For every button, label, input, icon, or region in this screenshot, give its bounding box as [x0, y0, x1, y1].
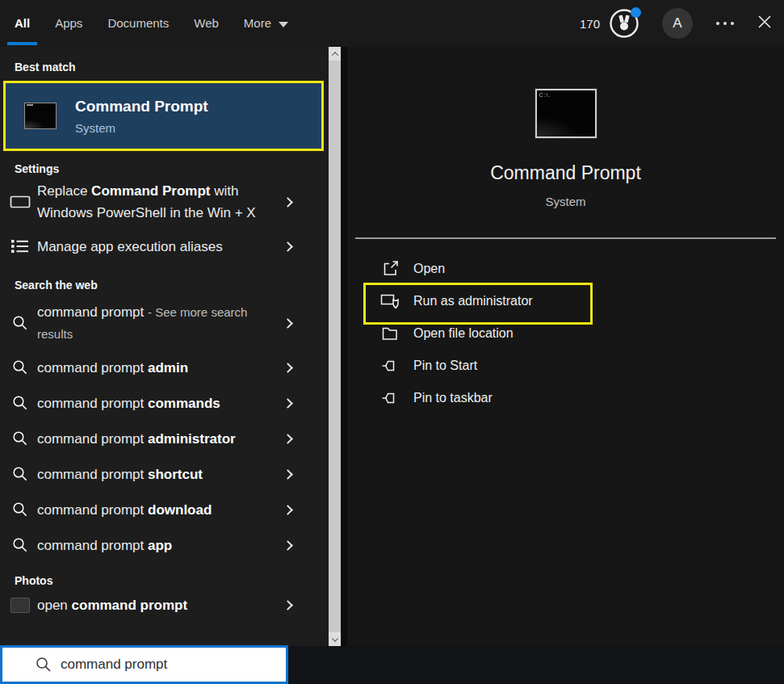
web-suggestion-admin[interactable]: command prompt admin: [10, 350, 322, 385]
windows-search-flyout: All Apps Documents Web More 170 A: [0, 0, 784, 684]
action-run-as-administrator[interactable]: Run as administrator: [347, 285, 784, 317]
chevron-right-icon: [283, 197, 293, 208]
rewards-medal-icon: [607, 6, 641, 40]
action-pin-to-start[interactable]: Pin to Start: [347, 350, 784, 382]
magnifier-icon: [10, 359, 31, 376]
tab-more-label: More: [244, 16, 271, 30]
app-hero: C:\. Command Prompt System: [347, 89, 784, 208]
photos-item-open-command-prompt[interactable]: open command prompt: [10, 587, 322, 623]
search-filter-bar: All Apps Documents Web More 170 A: [0, 0, 784, 47]
settings-header: Settings: [15, 162, 329, 175]
chevron-right-icon: [283, 540, 293, 551]
web-suggestion-app[interactable]: command prompt app: [10, 527, 322, 563]
window-shield-icon: [379, 292, 400, 311]
folder-icon: [379, 324, 400, 343]
terminal-window-icon: C:\.: [535, 89, 597, 138]
chevron-right-icon: [283, 600, 293, 611]
terminal-window-icon: [24, 103, 57, 129]
avatar[interactable]: A: [662, 8, 693, 39]
scrollbar-down-button[interactable]: [329, 632, 341, 646]
terminal-icon-text: C:\.: [539, 92, 551, 98]
app-subtitle: System: [347, 195, 784, 208]
magnifier-icon: [10, 314, 31, 332]
tab-web[interactable]: Web: [187, 0, 226, 47]
tab-documents-label: Documents: [107, 16, 169, 30]
chevron-right-icon: [283, 363, 293, 373]
action-open[interactable]: Open: [347, 253, 784, 285]
chevron-right-icon: [283, 241, 293, 252]
monitor-icon: [10, 193, 31, 211]
chevron-right-icon: [283, 318, 293, 329]
web-suggestion-shortcut[interactable]: command prompt shortcut: [10, 456, 322, 492]
chevron-right-icon: [283, 505, 293, 515]
scrollbar-thumb[interactable]: [329, 61, 341, 632]
best-match-item-command-prompt[interactable]: Command Prompt System: [3, 81, 324, 151]
chevron-right-icon: [283, 434, 293, 444]
magnifier-icon: [10, 536, 31, 554]
settings-item-app-aliases[interactable]: Manage app execution aliases: [10, 229, 322, 264]
tab-documents[interactable]: Documents: [100, 0, 176, 47]
web-suggestion-commands[interactable]: command prompt commands: [10, 385, 322, 421]
divider: [355, 237, 776, 239]
avatar-letter: A: [673, 15, 681, 31]
chevron-down-icon: [331, 635, 337, 641]
preview-panel: C:\. Command Prompt System Open: [347, 47, 784, 646]
scrollbar[interactable]: [329, 47, 341, 646]
rewards-count: 170: [580, 17, 600, 31]
notification-dot-icon: [631, 7, 641, 18]
scrollbar-up-button[interactable]: [329, 47, 341, 61]
web-suggestion-administrator[interactable]: command prompt administrator: [10, 421, 322, 456]
chevron-right-icon: [283, 469, 293, 480]
search-web-header: Search the web: [15, 279, 329, 292]
best-match-title: Command Prompt: [75, 98, 208, 115]
bulleted-list-icon: [10, 238, 31, 254]
tab-apps-label: Apps: [55, 16, 82, 30]
app-actions: Open Run as administrator Open file: [347, 253, 784, 414]
topbar-right-cluster: 170 A: [580, 0, 773, 47]
tab-web-label: Web: [194, 16, 219, 30]
magnifier-icon: [10, 501, 31, 518]
tab-all-label: All: [15, 16, 30, 30]
search-icon: [35, 656, 52, 674]
photo-thumbnail-icon: [10, 598, 31, 613]
photos-header: Photos: [15, 574, 329, 587]
magnifier-icon: [10, 465, 31, 483]
web-suggestion-download[interactable]: command prompt download: [10, 492, 322, 527]
chevron-right-icon: [283, 398, 293, 409]
web-suggestion-see-more[interactable]: command prompt - See more search results: [10, 296, 322, 350]
taskbar-search-box[interactable]: [0, 645, 288, 684]
chevron-up-icon: [331, 52, 337, 58]
taskbar-search-input[interactable]: [61, 657, 254, 673]
rewards-button[interactable]: 170: [580, 6, 641, 40]
magnifier-icon: [10, 394, 31, 412]
magnifier-icon: [10, 430, 31, 447]
results-panel: Best match Command Prompt System Setting…: [0, 47, 329, 646]
window-launch-arrow-icon: [379, 259, 400, 279]
tab-all[interactable]: All: [7, 0, 37, 47]
tab-apps[interactable]: Apps: [48, 0, 90, 47]
best-match-subtitle: System: [75, 121, 208, 135]
pushpin-icon: [379, 388, 400, 408]
pushpin-icon: [379, 356, 400, 376]
settings-item-replace-cmd[interactable]: Replace Command Prompt with Windows Powe…: [10, 175, 322, 229]
chevron-down-icon: [279, 22, 288, 27]
best-match-header: Best match: [15, 47, 329, 73]
action-open-file-location[interactable]: Open file location: [347, 317, 784, 350]
overflow-menu-icon[interactable]: [714, 22, 736, 25]
action-pin-to-taskbar[interactable]: Pin to taskbar: [347, 382, 784, 414]
tab-more[interactable]: More: [237, 0, 296, 47]
app-title: Command Prompt: [347, 162, 784, 184]
close-icon[interactable]: [757, 14, 773, 33]
